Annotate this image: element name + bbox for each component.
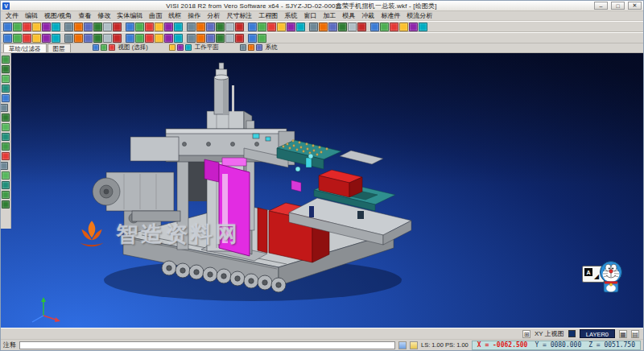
toolbar-icon[interactable] (64, 23, 73, 31)
toolbar-icon[interactable] (103, 23, 112, 31)
3d-viewport[interactable]: 智造资料网 A ◢ (1, 53, 643, 328)
menu-item-15[interactable]: 加工 (320, 11, 339, 20)
toolbar-icon[interactable] (164, 23, 173, 31)
toolbar-icon[interactable] (235, 23, 244, 31)
toolbar-icon[interactable] (258, 23, 266, 31)
menu-item-1[interactable]: 文件 (2, 11, 22, 20)
toolbar-icon[interactable] (258, 34, 266, 43)
toolbar-icon[interactable] (42, 34, 51, 43)
toolbar-icon[interactable] (23, 34, 31, 43)
toolbar-icon[interactable] (101, 44, 107, 51)
toolbar-icon[interactable] (256, 44, 262, 51)
toolbar-icon[interactable] (164, 34, 173, 43)
grid-icon[interactable]: ⊞ (522, 330, 530, 338)
toolbar-icon[interactable] (113, 34, 122, 43)
toolbar-icon[interactable] (225, 34, 234, 43)
toolbar-icon[interactable] (2, 114, 10, 122)
menu-item-18[interactable]: 标准件 (378, 11, 403, 20)
toolbar-icon[interactable] (2, 191, 10, 199)
toolbar-icon[interactable] (287, 23, 295, 31)
toolbar-icon[interactable] (155, 34, 163, 43)
toolbar-icon[interactable] (145, 23, 154, 31)
toolbar-icon[interactable] (357, 23, 366, 31)
active-color-swatch[interactable] (568, 330, 576, 337)
panel-toggle-icon-1[interactable]: ▦ (619, 330, 627, 338)
toolbar-icon[interactable] (328, 23, 337, 31)
toolbar-icon[interactable] (2, 56, 10, 64)
toolbar-icon[interactable] (74, 34, 83, 43)
toolbar-icon[interactable] (419, 23, 427, 31)
toolbar-icon[interactable] (135, 34, 144, 43)
toolbar-icon[interactable] (74, 23, 83, 31)
maximize-button[interactable]: □ (611, 2, 625, 10)
toolbar-icon[interactable] (206, 34, 215, 43)
toolbar-icon[interactable] (2, 152, 10, 160)
toolbar-icon[interactable] (296, 23, 305, 31)
toolbar-icon[interactable] (235, 34, 244, 43)
toolbar-icon[interactable] (348, 23, 357, 31)
menu-item-10[interactable]: 分析 (204, 11, 223, 20)
close-button[interactable]: ✕ (628, 2, 642, 10)
menu-item-9[interactable]: 操作 (184, 11, 204, 20)
toolbar-icon[interactable] (13, 23, 22, 31)
toolbar-icon[interactable] (32, 34, 41, 43)
toolbar-icon[interactable] (2, 181, 10, 189)
toolbar-icon[interactable] (64, 34, 73, 43)
menu-item-4[interactable]: 查看 (75, 11, 94, 20)
toolbar-icon[interactable] (185, 44, 192, 51)
toolbar-icon[interactable] (2, 123, 10, 131)
toolbar-icon[interactable] (309, 23, 318, 31)
toolbar-icon[interactable] (338, 23, 347, 31)
menu-item-2[interactable]: 编辑 (22, 11, 41, 20)
toolbar-icon[interactable] (2, 171, 10, 180)
toolbar-icon[interactable] (2, 85, 10, 93)
menu-item-16[interactable]: 模具 (339, 11, 358, 20)
toolbar-icon[interactable] (3, 34, 12, 43)
tab-1[interactable]: 草绘/过滤器 (3, 43, 47, 52)
toolbar-icon[interactable] (126, 34, 134, 43)
menu-item-3[interactable]: 视图/视角 (41, 11, 75, 20)
panel-toggle-icon-2[interactable]: ▤ (631, 330, 639, 338)
menu-item-19[interactable]: 模流分析 (403, 11, 436, 20)
toolbar-icon[interactable] (3, 23, 12, 31)
toolbar-icon[interactable] (2, 65, 10, 73)
toolbar-icon[interactable] (196, 34, 205, 43)
toolbar-icon[interactable] (248, 23, 257, 31)
toolbar-icon[interactable] (52, 23, 60, 31)
toolbar-icon[interactable] (370, 23, 379, 31)
toolbar-icon[interactable] (2, 94, 10, 102)
toolbar-icon[interactable] (277, 23, 286, 31)
toolbar-icon[interactable] (93, 23, 102, 31)
menu-item-13[interactable]: 系统 (281, 11, 300, 20)
layer-indicator[interactable]: LAYER0 (580, 329, 615, 338)
toolbar-icon[interactable] (1, 162, 8, 170)
toolbar-icon[interactable] (155, 23, 163, 31)
toolbar-icon[interactable] (187, 34, 196, 43)
snap-icon[interactable] (398, 341, 407, 349)
toolbar-icon[interactable] (319, 23, 328, 31)
toolbar-icon[interactable] (240, 44, 246, 51)
menu-item-5[interactable]: 修改 (94, 11, 114, 20)
toolbar-icon[interactable] (1, 104, 8, 112)
toolbar-icon[interactable] (126, 23, 134, 31)
toolbar-icon[interactable] (187, 23, 196, 31)
toolbar-icon[interactable] (113, 23, 122, 31)
toolbar-icon[interactable] (248, 34, 257, 43)
toolbar-icon[interactable] (84, 34, 93, 43)
menu-item-7[interactable]: 曲面 (146, 11, 165, 20)
toolbar-icon[interactable] (174, 34, 183, 43)
toolbar-icon[interactable] (2, 142, 10, 151)
toolbar-icon[interactable] (216, 23, 225, 31)
toolbar-icon[interactable] (216, 34, 225, 43)
toolbar-icon[interactable] (23, 23, 31, 31)
toolbar-icon[interactable] (93, 44, 99, 51)
toolbar-icon[interactable] (52, 34, 60, 43)
toolbar-icon[interactable] (145, 34, 154, 43)
menu-item-12[interactable]: 工程图 (255, 11, 281, 20)
toolbar-icon[interactable] (109, 44, 115, 51)
toolbar-icon[interactable] (225, 23, 234, 31)
toolbar-icon[interactable] (177, 44, 184, 51)
toolbar-icon[interactable] (409, 23, 418, 31)
lock-icon[interactable] (410, 341, 418, 349)
menu-item-17[interactable]: 冲裁 (358, 11, 378, 20)
